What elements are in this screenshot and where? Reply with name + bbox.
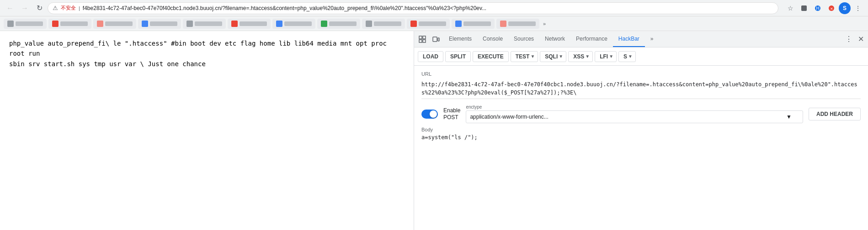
bookmark-favicon	[500, 21, 506, 27]
tab-sources[interactable]: Sources	[508, 31, 539, 47]
tab-hackbar[interactable]: HackBar	[613, 31, 645, 47]
url-text: f4be2831-4c72-47af-bec0-47e70f40cbc1.nod…	[83, 5, 773, 11]
svg-text:H: H	[816, 6, 819, 11]
bookmark-text	[284, 21, 312, 26]
devtools-options-button[interactable]: ⋮	[843, 34, 854, 45]
bookmark-text	[16, 21, 43, 26]
bookmark-button[interactable]: ☆	[784, 2, 797, 15]
bookmark-text	[508, 21, 536, 26]
bookmark-item[interactable]	[138, 19, 181, 29]
toggle-thumb	[430, 110, 437, 118]
xss-dropdown[interactable]: XSS ▼	[568, 51, 593, 62]
bookmark-favicon	[142, 21, 148, 27]
tab-elements[interactable]: Elements	[443, 31, 477, 47]
svg-rect-9	[433, 37, 437, 42]
tab-performance[interactable]: Performance	[570, 31, 613, 47]
bookmark-favicon	[366, 21, 372, 27]
security-label: 不安全	[61, 5, 76, 11]
tab-console[interactable]: Console	[477, 31, 508, 47]
xss-chevron-icon: ▼	[585, 54, 590, 59]
forward-button[interactable]: →	[18, 2, 31, 15]
body-value[interactable]: a=system("ls /");	[421, 134, 861, 141]
svg-rect-5	[419, 36, 422, 39]
lfi-chevron-icon: ▼	[609, 54, 613, 59]
bookmark-text	[60, 21, 88, 26]
devtools-close-button[interactable]: ✕	[855, 34, 866, 45]
page-content: php_value auto_prepend_fi\ le ".htaccess…	[0, 31, 414, 230]
bookmark-item[interactable]	[272, 19, 315, 29]
svg-rect-7	[419, 40, 422, 42]
bookmark-bar: »	[0, 16, 868, 31]
devtools-panel: Elements Console Sources Network Perform…	[414, 31, 868, 230]
bookmark-text	[419, 21, 446, 26]
test-chevron-icon: ▼	[530, 54, 535, 59]
tab-network[interactable]: Network	[539, 31, 570, 47]
bookmark-favicon	[231, 21, 238, 27]
bookmark-item[interactable]	[4, 19, 47, 29]
devtools-tabs: Elements Console Sources Network Perform…	[443, 31, 842, 47]
content-line2: sbin srv start.sh sys tmp usr var \ Just…	[9, 59, 405, 69]
menu-button[interactable]: ⋮	[852, 2, 864, 15]
url-value[interactable]: http://f4be2831-4c72-47af-bec0-47e70f40c…	[421, 78, 861, 99]
device-toggle-button[interactable]	[430, 33, 442, 46]
add-header-button[interactable]: ADD HEADER	[809, 108, 861, 120]
bookmark-favicon	[186, 21, 193, 27]
bookmark-item[interactable]	[362, 19, 405, 29]
more-bookmarks[interactable]: »	[541, 21, 548, 26]
security-icon: ⚠	[53, 5, 58, 11]
enctype-label: enctype	[466, 105, 803, 110]
enable-post-toggle[interactable]	[421, 110, 438, 119]
svg-text:✕: ✕	[830, 7, 833, 11]
s-dropdown[interactable]: S ▼	[618, 51, 636, 62]
bookmark-favicon	[97, 21, 103, 27]
sqli-chevron-icon: ▼	[559, 54, 563, 59]
bookmark-item[interactable]	[452, 19, 495, 29]
enctype-select[interactable]: application/x-www-form-urlenc... ▼	[466, 110, 803, 123]
bookmark-item[interactable]	[317, 19, 360, 29]
bookmark-text	[240, 21, 267, 26]
extension3-button[interactable]: ✕	[825, 2, 838, 15]
body-label: Body	[421, 127, 861, 132]
bookmark-favicon	[7, 21, 14, 27]
bookmark-text	[329, 21, 357, 26]
bookmark-item[interactable]	[496, 19, 539, 29]
s-chevron-icon: ▼	[628, 54, 633, 59]
bookmark-item[interactable]	[407, 19, 450, 29]
back-button[interactable]: ←	[4, 2, 16, 15]
inspect-button[interactable]	[416, 33, 429, 46]
enctype-container: enctype application/x-www-form-urlenc...…	[466, 105, 803, 123]
bookmark-item[interactable]	[228, 19, 271, 29]
svg-rect-10	[438, 38, 439, 41]
enable-label: Enable	[443, 107, 460, 114]
address-bar[interactable]: ⚠ 不安全 | f4be2831-4c72-47af-bec0-47e70f40…	[48, 2, 778, 14]
enctype-chevron-icon: ▼	[786, 114, 792, 120]
svg-rect-8	[423, 40, 426, 42]
content-line1: php_value auto_prepend_fi\ le ".htaccess…	[9, 38, 405, 59]
main-area: php_value auto_prepend_fi\ le ".htaccess…	[0, 31, 868, 230]
post-label: POST	[443, 114, 460, 120]
bookmark-text	[150, 21, 177, 26]
hackbar-content: URL http://f4be2831-4c72-47af-bec0-47e70…	[414, 66, 868, 230]
bookmark-favicon	[410, 21, 417, 27]
bookmark-item[interactable]	[93, 19, 136, 29]
hackbar-toolbar: LOAD SPLIT EXECUTE TEST ▼ SQLI ▼ XSS ▼ L…	[414, 47, 868, 66]
bookmark-item[interactable]	[48, 19, 91, 29]
lfi-dropdown[interactable]: LFI ▼	[595, 51, 617, 62]
bookmark-item[interactable]	[183, 19, 226, 29]
reload-button[interactable]: ↻	[33, 2, 46, 15]
load-button[interactable]: LOAD	[418, 51, 443, 62]
bookmark-text	[374, 21, 401, 26]
extension2-button[interactable]: H	[811, 2, 824, 15]
bookmark-favicon	[52, 21, 59, 27]
sqli-dropdown[interactable]: SQLI ▼	[540, 51, 566, 62]
test-dropdown[interactable]: TEST ▼	[511, 51, 538, 62]
tab-more[interactable]: »	[645, 31, 659, 47]
execute-button[interactable]: EXECUTE	[473, 51, 509, 62]
split-button[interactable]: SPLIT	[445, 51, 471, 62]
bookmark-favicon	[276, 21, 282, 27]
extension1-button[interactable]	[798, 2, 810, 15]
chrome-toolbar: ← → ↻ ⚠ 不安全 | f4be2831-4c72-47af-bec0-47…	[0, 0, 868, 16]
devtools-toolbar: Elements Console Sources Network Perform…	[414, 31, 868, 47]
toolbar-icons: ☆ H ✕ S ⋮	[784, 2, 864, 15]
profile-button[interactable]: S	[839, 2, 851, 14]
